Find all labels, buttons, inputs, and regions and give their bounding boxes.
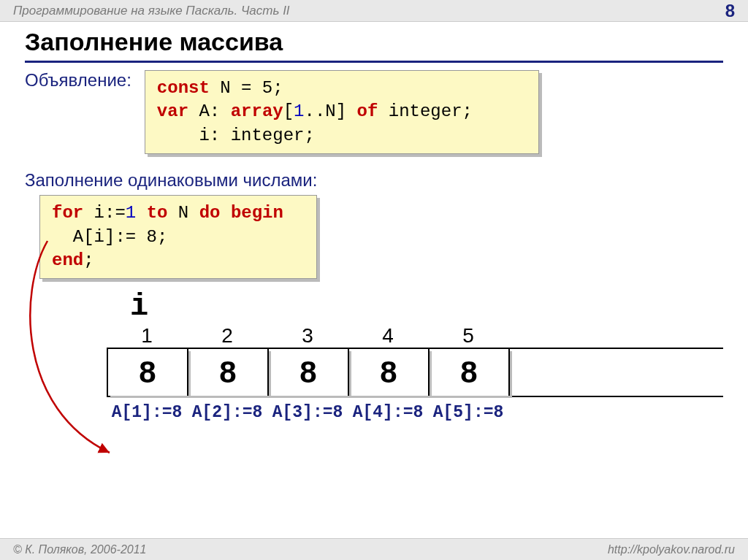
index-variable-label: i [130, 289, 723, 324]
array-cell: 8 [188, 349, 269, 396]
slide-content: Заполнение массива Объявление: const N =… [0, 22, 748, 422]
code-line: for i:=1 to N do begin [52, 202, 305, 225]
code-line: const N = 5; [157, 77, 527, 100]
array-index: 4 [348, 324, 428, 348]
footer-url: http://kpolyakov.narod.ru [608, 543, 735, 556]
assignment: A[3]:=8 [267, 403, 348, 422]
code-line: end; [52, 249, 305, 272]
array-index: 5 [428, 324, 508, 348]
assignment-row: A[1]:=8 A[2]:=8 A[3]:=8 A[4]:=8 A[5]:=8 [107, 403, 723, 422]
fill-label: Заполнение одинаковыми числами: [25, 170, 723, 191]
keyword-const: const [157, 78, 210, 98]
declaration-row: Объявление: const N = 5; var A: array[1.… [25, 70, 723, 154]
slide: Программирование на языке Паскаль. Часть… [0, 0, 748, 560]
assignment: A[5]:=8 [428, 403, 508, 422]
keyword-of: of [357, 101, 378, 121]
code-line: i: integer; [157, 124, 527, 147]
assignment: A[2]:=8 [187, 403, 267, 422]
copyright: © К. Поляков, 2006-2011 [13, 543, 146, 556]
array-cell: 8 [269, 349, 349, 396]
header-title: Программирование на языке Паскаль. Часть… [13, 4, 290, 18]
array-index: 2 [187, 324, 267, 348]
slide-header: Программирование на языке Паскаль. Часть… [0, 0, 748, 22]
array-diagram: i 1 2 3 4 5 8 8 8 8 8 A[1]:=8 A[2]:=8 A[… [107, 289, 723, 422]
code-line: var A: array[1..N] of integer; [157, 100, 527, 123]
array-index: 1 [107, 324, 187, 348]
declaration-label: Объявление: [25, 70, 131, 91]
array-cell: 8 [108, 349, 188, 396]
page-number: 8 [725, 1, 735, 21]
slide-footer: © К. Поляков, 2006-2011 http://kpolyakov… [0, 538, 748, 560]
fill-codebox: for i:=1 to N do begin A[i]:= 8; end; [39, 195, 317, 279]
keyword-array: array [231, 101, 283, 121]
array-index: 3 [267, 324, 348, 348]
declaration-codebox: const N = 5; var A: array[1..N] of integ… [145, 70, 539, 154]
index-row: 1 2 3 4 5 [107, 324, 723, 348]
array-cell: 8 [430, 349, 510, 396]
keyword-var: var [157, 101, 188, 121]
array-cell: 8 [349, 349, 430, 396]
assignment: A[4]:=8 [348, 403, 428, 422]
page-title: Заполнение массива [25, 28, 723, 63]
array-cells: 8 8 8 8 8 [107, 348, 723, 397]
assignment: A[1]:=8 [107, 403, 187, 422]
code-line: A[i]:= 8; [52, 226, 305, 249]
